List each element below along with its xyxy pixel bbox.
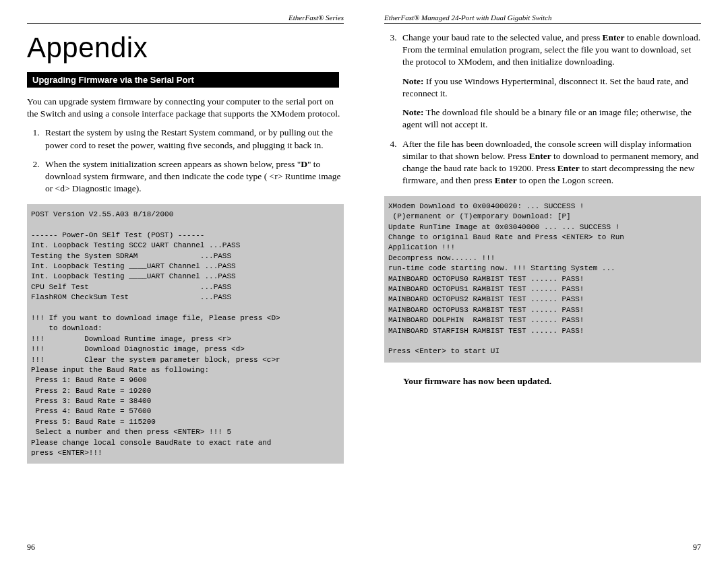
steps-list-left: Restart the system by using the Restart … (27, 127, 344, 195)
step4-enter-1: Enter (529, 151, 551, 161)
page-number-left: 96 (27, 542, 35, 553)
step3-enter: Enter (603, 32, 625, 42)
step-2: When the system initialization screen ap… (42, 158, 344, 195)
page-spread: EtherFast® Series Appendix Upgrading Fir… (0, 0, 728, 562)
section-bar: Upgrading Firmware via the Serial Port (27, 72, 339, 88)
left-header: EtherFast® Series (27, 13, 344, 24)
left-page: EtherFast® Series Appendix Upgrading Fir… (0, 0, 364, 562)
steps-list-right: Change your baud rate to the selected va… (384, 32, 701, 187)
step2-key-d: D (301, 159, 307, 169)
note-1: Note: If you use Windows Hyperterminal, … (402, 75, 701, 100)
step-1: Restart the system by using the Restart … (42, 127, 344, 151)
note2-text: The download file should be a binary fil… (402, 107, 692, 129)
final-confirmation: Your firmware has now been updated. (403, 376, 701, 387)
terminal-block-right: XModem Download to 0x00400020: ... SUCCE… (384, 196, 701, 363)
right-header-text: EtherFast® Managed 24-Port with Dual Gig… (384, 13, 552, 22)
page-number-right: 97 (693, 542, 701, 553)
step-4: After the file has been downloaded, the … (399, 138, 701, 187)
right-page: EtherFast® Managed 24-Port with Dual Gig… (364, 0, 728, 562)
terminal-block-left: POST Version V2.55.A03 8/18/2000 ------ … (27, 204, 344, 464)
note2-label: Note: (402, 107, 423, 117)
step4-enter-2: Enter (557, 163, 580, 173)
step2-text-a: When the system initialization screen ap… (45, 159, 301, 169)
right-header: EtherFast® Managed 24-Port with Dual Gig… (384, 13, 701, 24)
step4-enter-3: Enter (495, 175, 517, 185)
intro-paragraph: You can upgrade system firmware by conne… (27, 96, 344, 120)
step4-text-g: to open the Logon screen. (517, 175, 613, 185)
note1-text: If you use Windows Hyperterminal, discon… (402, 76, 688, 98)
step3-text-a: Change your baud rate to the selected va… (402, 32, 603, 42)
appendix-title: Appendix (27, 32, 344, 64)
step-3: Change your baud rate to the selected va… (399, 32, 701, 131)
note1-label: Note: (402, 76, 423, 86)
left-header-text: EtherFast® Series (289, 13, 344, 22)
note-2: Note: The download file should be a bina… (402, 106, 701, 131)
